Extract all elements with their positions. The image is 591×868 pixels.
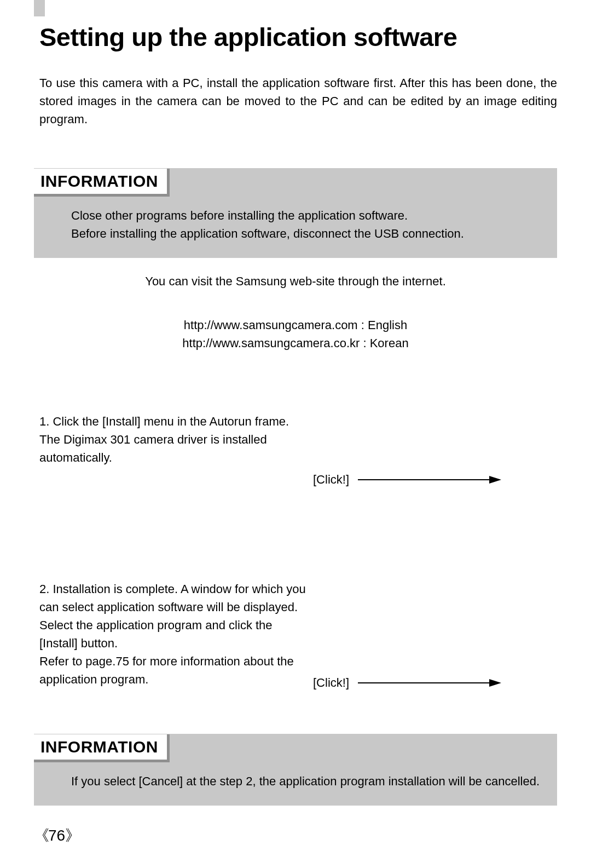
info-body: Close other programs before installing t… [71,206,546,243]
info-heading-wrap: INFORMATION [34,169,170,197]
left-bracket-icon: 《 [34,827,48,844]
info1-line2: Before installing the application softwa… [71,225,546,243]
page-title: Setting up the application software [39,22,557,52]
page-number: 76 [48,827,65,844]
info-heading-wrap: INFORMATION [34,734,170,762]
click-label: [Click!] [313,676,349,690]
intro-paragraph: To use this camera with a PC, install th… [39,74,557,128]
url-korean: http://www.samsungcamera.co.kr : Korean [39,334,552,352]
arrow-icon [358,679,501,687]
step-1-click-row: [Click!] [313,473,552,487]
information-box-1: INFORMATION Close other programs before … [34,168,557,258]
visit-text: You can visit the Samsung web-site throu… [39,274,552,289]
info-body: If you select [Cancel] at the step 2, th… [71,772,546,790]
step-1: 1. Click the [Install] menu in the Autor… [39,412,552,487]
step-2-click-row: [Click!] [313,676,552,690]
step-1-text: 1. Click the [Install] menu in the Autor… [39,412,308,467]
info1-line1: Close other programs before installing t… [71,206,546,225]
steps-list: 1. Click the [Install] menu in the Autor… [39,412,552,690]
arrow-icon [358,476,501,484]
url-block: http://www.samsungcamera.com : English h… [39,316,552,352]
info-heading: INFORMATION [40,172,158,191]
page-tab-marker [34,0,45,16]
click-label: [Click!] [313,473,349,487]
step-2: 2. Installation is complete. A window fo… [39,580,552,690]
step-2-text: 2. Installation is complete. A window fo… [39,580,308,688]
manual-page: Setting up the application software To u… [0,0,591,868]
info-heading: INFORMATION [40,738,158,756]
website-section: You can visit the Samsung web-site throu… [39,274,552,352]
page-number-footer: 《76》 [34,825,79,846]
url-english: http://www.samsungcamera.com : English [39,316,552,334]
information-box-2: INFORMATION If you select [Cancel] at th… [34,734,557,806]
right-bracket-icon: 》 [65,827,79,844]
